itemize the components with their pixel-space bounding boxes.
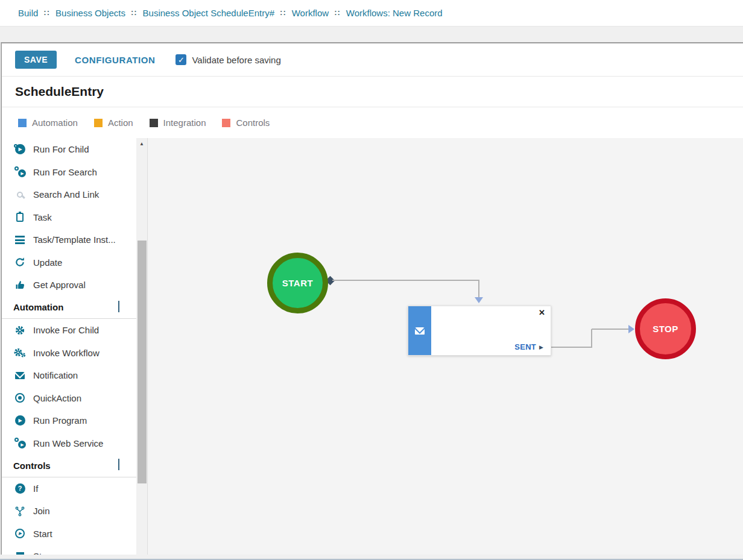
palette-item-join[interactable]: Join: [2, 500, 136, 523]
chevron-up-icon: [118, 460, 119, 471]
legend-item: Automation: [18, 118, 78, 128]
palette-item-label: Notification: [33, 370, 78, 380]
validate-label: Validate before saving: [192, 55, 280, 65]
palette-item-label: If: [33, 483, 38, 494]
palette-item-label: QuickAction: [33, 393, 81, 403]
save-button[interactable]: SAVE: [15, 51, 57, 69]
scroll-up-icon: ▲: [139, 141, 144, 146]
run-program-icon: ▶: [13, 415, 27, 427]
palette-item-task[interactable]: Task: [2, 206, 136, 229]
run-for-child-icon: ▶: [13, 143, 27, 156]
palette-item-label: Task: [33, 212, 52, 222]
header-gap: [0, 27, 743, 42]
chevron-up-icon: [118, 302, 119, 313]
breadcrumb-separator: ::: [334, 8, 341, 17]
palette-item-start[interactable]: ▶Start: [2, 523, 136, 546]
play-right-icon: ▶: [539, 344, 543, 350]
palette-item-label: Task/Template Inst...: [33, 234, 116, 245]
breadcrumb-item[interactable]: Build: [18, 8, 38, 18]
legend-swatch: [222, 119, 230, 127]
sidebar-scrollbar[interactable]: ▲: [136, 138, 147, 555]
palette-item-label: Search And Link: [33, 189, 99, 200]
palette-item-run-program[interactable]: ▶Run Program: [2, 409, 136, 432]
connector-arrow-down-icon: [475, 297, 483, 303]
sent-port[interactable]: SENT ▶: [514, 342, 543, 351]
palette-item-update[interactable]: Update: [2, 251, 136, 274]
stop-node[interactable]: STOP: [635, 298, 696, 359]
run-web-service-icon: ▶: [13, 437, 27, 449]
notification-icon: [13, 370, 27, 382]
palette-item-label: Stop: [33, 551, 52, 555]
palette-item-stop[interactable]: Stop: [2, 545, 136, 555]
legend-label: Automation: [32, 118, 78, 128]
main-panel: SAVE CONFIGURATION ✓ Validate before sav…: [1, 42, 743, 555]
palette-item-notification[interactable]: Notification: [2, 364, 136, 387]
palette-item-quickaction[interactable]: QuickAction: [2, 387, 136, 410]
legend-swatch: [94, 119, 103, 127]
breadcrumb-separator: ::: [131, 8, 138, 17]
connector-line: [551, 347, 592, 348]
palette-item-search-and-link[interactable]: Search And Link: [2, 183, 136, 206]
get-approval-icon: [13, 279, 27, 291]
breadcrumb-item[interactable]: Workflows: New Record: [346, 8, 443, 18]
section-label: Automation: [13, 302, 63, 312]
legend-label: Action: [108, 118, 133, 128]
palette-item-label: Invoke For Child: [33, 325, 99, 335]
palette-item-label: Start: [33, 529, 52, 539]
breadcrumb-separator: ::: [280, 8, 286, 17]
legend-item: Integration: [150, 118, 206, 128]
update-icon: [13, 256, 27, 268]
breadcrumb-item[interactable]: Business Object ScheduleEntry#: [143, 8, 274, 18]
search-and-link-icon: [13, 189, 27, 201]
configuration-link[interactable]: CONFIGURATION: [75, 55, 155, 65]
palette-item-if[interactable]: ?If: [2, 477, 136, 500]
palette-item-run-for-child[interactable]: ▶Run For Child: [2, 138, 136, 161]
breadcrumb-item[interactable]: Business Objects: [55, 8, 125, 18]
section-label: Controls: [13, 461, 51, 471]
breadcrumb-item[interactable]: Workflow: [292, 8, 329, 18]
palette-item-label: Run For Search: [33, 167, 97, 177]
connector-line: [478, 280, 479, 298]
run-for-search-icon: ▶: [13, 166, 27, 178]
breadcrumb-separator: ::: [43, 8, 50, 17]
palette-item-label: Join: [33, 506, 50, 516]
close-icon[interactable]: ✕: [539, 308, 545, 317]
connector-line: [332, 280, 479, 281]
palette-item-run-web-service[interactable]: ▶Run Web Service: [2, 432, 136, 455]
start-node[interactable]: START: [267, 253, 328, 313]
breadcrumb: Build::Business Objects::Business Object…: [0, 0, 743, 27]
legend-swatch: [150, 119, 158, 127]
scroll-up-button[interactable]: ▲: [136, 138, 147, 149]
palette-item-label: Run For Child: [33, 144, 89, 154]
if-icon: ?: [13, 482, 27, 494]
content-area: ▶Run For Child▶Run For SearchSearch And …: [2, 138, 743, 555]
legend-item: Controls: [222, 118, 270, 128]
palette-item-label: Run Web Service: [33, 438, 103, 448]
palette-item-get-approval[interactable]: Get Approval: [2, 274, 136, 297]
palette-item-invoke-workflow[interactable]: Invoke Workflow: [2, 342, 136, 365]
sent-port-label: SENT: [514, 342, 536, 351]
validate-checkbox[interactable]: ✓: [175, 54, 186, 65]
quickaction-icon: [13, 392, 27, 404]
sidebar-scrollbar-thumb[interactable]: [138, 241, 147, 483]
stop-icon: [13, 550, 27, 555]
palette-item-task-template-inst[interactable]: Task/Template Inst...: [2, 228, 136, 251]
palette-item-run-for-search[interactable]: ▶Run For Search: [2, 161, 136, 184]
footer-strip: [0, 555, 743, 560]
step-palette: ▶Run For Child▶Run For SearchSearch And …: [2, 138, 136, 555]
connector-line: [591, 329, 592, 348]
palette-item-label: Invoke Workflow: [33, 348, 100, 358]
legend-label: Integration: [163, 118, 206, 128]
legend-swatch: [18, 119, 27, 127]
start-icon: ▶: [13, 527, 27, 540]
palette-section-automation[interactable]: Automation: [2, 297, 136, 319]
palette-item-invoke-for-child[interactable]: Invoke For Child: [2, 319, 136, 342]
legend-label: Controls: [236, 118, 270, 128]
notification-node[interactable]: ✕ SENT ▶: [408, 306, 551, 356]
title-row: ScheduleEntry: [2, 77, 743, 107]
workflow-canvas[interactable]: START ✕ SENT ▶ STOP: [147, 138, 743, 555]
palette-item-label: Get Approval: [33, 280, 86, 290]
validate-option: ✓ Validate before saving: [175, 54, 280, 65]
envelope-icon: [415, 327, 425, 335]
palette-section-controls[interactable]: Controls: [2, 455, 136, 477]
